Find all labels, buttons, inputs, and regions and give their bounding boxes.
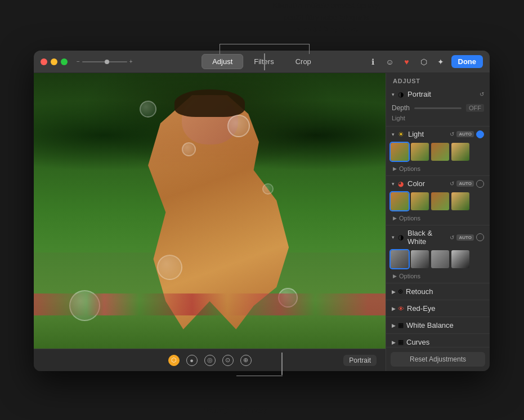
- color-reset-icon[interactable]: ↺: [450, 180, 454, 187]
- bw-section-icon: ◑: [398, 233, 404, 241]
- light-options-chevron: ▶: [393, 166, 397, 171]
- tool2-btn[interactable]: ●: [186, 355, 198, 366]
- bw-thumb-3[interactable]: [451, 250, 469, 268]
- emoji-icon: ☺: [386, 57, 393, 66]
- section-retouch[interactable]: ▶ ⊛ Retouch: [386, 283, 490, 300]
- heart-button[interactable]: ♥: [401, 56, 413, 68]
- traffic-lights: [41, 58, 68, 65]
- section-blackwhite: ▾ ◑ Black & White ↺ AUTO: [386, 225, 490, 283]
- light-thumb-2[interactable]: [431, 143, 449, 161]
- retouch-chevron-icon: ▶: [392, 289, 396, 295]
- photo-container: [34, 73, 386, 349]
- color-options-label: Options: [399, 215, 420, 222]
- color-section-title: Color: [407, 179, 447, 188]
- tool4-btn[interactable]: ⊙: [222, 355, 234, 366]
- color-thumb-2[interactable]: [431, 192, 449, 210]
- section-color: ▾ ◕ Color ↺ AUTO: [386, 176, 490, 225]
- section-portrait-header[interactable]: ▾ ◑ Portrait ↺: [386, 87, 490, 102]
- tool5-icon: ⊕: [243, 356, 248, 364]
- redeye-icon: 👁: [398, 305, 404, 312]
- panel-header: ADJUST: [386, 73, 490, 87]
- adjust-panel: ADJUST ▾ ◑ Portrait ↺ Depth: [386, 73, 490, 371]
- light-thumbs: [386, 142, 490, 164]
- color-thumb-1[interactable]: [411, 192, 429, 210]
- color-actions: ↺ AUTO: [450, 180, 484, 188]
- bw-toggle[interactable]: [476, 233, 484, 241]
- depth-slider[interactable]: [414, 107, 462, 109]
- color-thumb-0[interactable]: [391, 192, 409, 210]
- portrait-label-btn[interactable]: Portrait: [343, 355, 377, 366]
- light-toggle[interactable]: [476, 130, 484, 138]
- magic-button[interactable]: ✦: [435, 56, 447, 68]
- info-button[interactable]: ℹ: [367, 56, 379, 68]
- share-icon: ⬡: [420, 57, 427, 66]
- color-options-chevron: ▶: [393, 215, 397, 221]
- bw-thumb-1[interactable]: [411, 250, 429, 268]
- share-button[interactable]: ⬡: [418, 56, 430, 68]
- depth-label: Depth: [392, 104, 410, 112]
- magic-icon: ✦: [437, 57, 444, 66]
- section-curves[interactable]: ▶ ▦ Curves: [386, 334, 490, 347]
- photo-area: ⬡ ● ◎ ⊙ ⊕ Portrait: [34, 73, 386, 371]
- light-auto-badge: AUTO: [456, 131, 474, 137]
- bw-options-chevron: ▶: [393, 273, 397, 279]
- bw-thumb-0[interactable]: [391, 250, 409, 268]
- depth-row: Depth OFF: [392, 104, 484, 112]
- section-color-header[interactable]: ▾ ◕ Color ↺ AUTO: [386, 176, 490, 191]
- section-whitebalance[interactable]: ▶ ▦ White Balance: [386, 317, 490, 334]
- tool5-btn[interactable]: ⊕: [240, 355, 252, 366]
- panel-scroll[interactable]: ▾ ◑ Portrait ↺ Depth OFF Light: [386, 87, 490, 347]
- photo-image: [34, 73, 386, 349]
- color-section-icon: ◕: [398, 180, 404, 188]
- bw-thumbs: [386, 249, 490, 272]
- light-section-icon: ☀: [398, 130, 404, 138]
- portrait-tool-icon: ⬡: [171, 356, 177, 364]
- section-portrait: ▾ ◑ Portrait ↺ Depth OFF Light: [386, 87, 490, 127]
- reset-adjustments-button[interactable]: Reset Adjustments: [391, 352, 485, 367]
- color-thumb-3[interactable]: [451, 192, 469, 210]
- heart-icon: ♥: [404, 57, 409, 66]
- zoom-out-icon: −: [77, 58, 80, 65]
- redeye-title: Red-Eye: [407, 304, 484, 313]
- wb-chevron-icon: ▶: [392, 323, 396, 328]
- tab-adjust[interactable]: Adjust: [201, 54, 243, 69]
- emoji-button[interactable]: ☺: [384, 56, 396, 68]
- top-annotation: Kliknutím můžete provést úpravy, použít …: [248, 0, 405, 35]
- color-toggle[interactable]: [476, 180, 484, 188]
- close-button[interactable]: [41, 58, 47, 65]
- minimize-button[interactable]: [51, 58, 57, 65]
- tool3-icon: ◎: [207, 356, 213, 364]
- portrait-section-icon: ◑: [398, 91, 404, 98]
- light-thumb-3[interactable]: [451, 143, 469, 161]
- done-button[interactable]: Done: [451, 55, 483, 68]
- section-bw-header[interactable]: ▾ ◑ Black & White ↺ AUTO: [386, 225, 490, 249]
- tab-crop[interactable]: Crop: [285, 54, 322, 69]
- photo-toolbar: ⬡ ● ◎ ⊙ ⊕ Portrait: [34, 349, 386, 371]
- retouch-icon: ⊛: [398, 288, 403, 295]
- tool4-icon: ⊙: [225, 356, 230, 364]
- bw-thumb-2[interactable]: [431, 250, 449, 268]
- portrait-content: Depth OFF Light: [386, 102, 490, 126]
- bw-chevron-icon: ▾: [392, 234, 395, 240]
- light-options[interactable]: ▶ Options: [386, 164, 490, 175]
- bw-actions: ↺ AUTO: [450, 233, 484, 241]
- content-area: ⬡ ● ◎ ⊙ ⊕ Portrait ADJUST: [34, 73, 490, 371]
- portrait-chevron-icon: ▾: [392, 92, 395, 97]
- color-options[interactable]: ▶ Options: [386, 214, 490, 225]
- bw-options[interactable]: ▶ Options: [386, 272, 490, 283]
- section-redeye[interactable]: ▶ 👁 Red-Eye: [386, 300, 490, 317]
- curves-icon: ▦: [398, 338, 404, 346]
- bw-reset-icon[interactable]: ↺: [450, 234, 454, 241]
- portrait-reset-icon[interactable]: ↺: [480, 91, 484, 97]
- light-reset-icon[interactable]: ↺: [450, 131, 454, 137]
- color-thumbs: [386, 191, 490, 214]
- zoom-slider[interactable]: − +: [77, 58, 133, 65]
- section-light-header[interactable]: ▾ ☀ Light ↺ AUTO: [386, 127, 490, 142]
- light-thumb-0[interactable]: [391, 143, 409, 161]
- depth-value: OFF: [466, 104, 484, 112]
- portrait-tool-btn[interactable]: ⬡: [168, 355, 180, 366]
- light-thumb-1[interactable]: [411, 143, 429, 161]
- maximize-button[interactable]: [61, 58, 68, 65]
- slider-thumb: [105, 60, 109, 64]
- tool3-btn[interactable]: ◎: [204, 355, 216, 366]
